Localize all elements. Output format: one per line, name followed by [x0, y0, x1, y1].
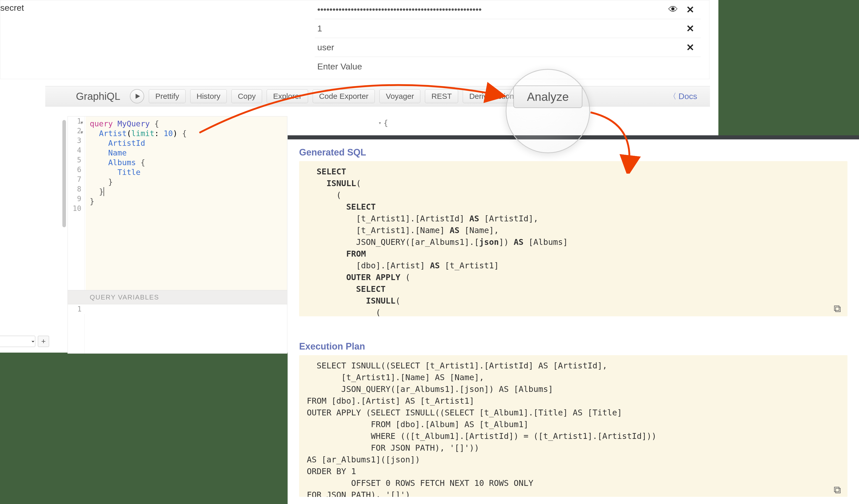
separator-bar: [288, 135, 859, 139]
query-editor[interactable]: 1 2 3 4 5 6 7 8 9 10 ▾ ▾ query MyQuery {…: [67, 116, 287, 353]
header-row-0[interactable]: ••••••••••••••••••••••••••••••••••••••••…: [315, 0, 701, 19]
derive-action-button[interactable]: Derive action: [463, 89, 520, 103]
header-placeholder[interactable]: Enter Value: [315, 62, 701, 72]
scrollbar-thumb[interactable]: [62, 120, 66, 227]
header-key-label: secret: [0, 3, 24, 13]
graphiql-toolbar: GraphiQL Prettify History Copy Explorer …: [45, 86, 710, 107]
execute-button[interactable]: [130, 89, 144, 104]
line-number: 7: [68, 175, 85, 184]
header-row-2[interactable]: user ✕: [315, 38, 701, 57]
graphiql-title: GraphiQL: [76, 91, 120, 102]
fold-icon[interactable]: ▾: [80, 120, 83, 126]
header-value-2: user: [315, 42, 686, 52]
generated-sql-title: Generated SQL: [299, 147, 366, 158]
copy-button[interactable]: Copy: [231, 89, 262, 103]
result-pane-start: ▾ {: [378, 116, 388, 129]
query-variables-label: QUERY VARIABLES: [90, 293, 159, 301]
fold-icon[interactable]: ▾: [378, 120, 381, 126]
history-button[interactable]: History: [190, 89, 227, 103]
result-brace: {: [383, 119, 388, 127]
bottom-controls: +: [0, 336, 49, 347]
page-bg-left: [0, 352, 289, 504]
header-value-1: 1: [315, 23, 686, 33]
qvars-gutter: 1: [68, 304, 85, 314]
code-exporter-button[interactable]: Code Exporter: [313, 89, 375, 103]
analyze-button-magnified[interactable]: Analyze: [513, 85, 582, 108]
rest-button[interactable]: REST: [425, 89, 458, 103]
line-gutter: 1 2 3 4 5 6 7 8 9 10: [68, 116, 85, 353]
header-value-0: ••••••••••••••••••••••••••••••••••••••••…: [315, 4, 668, 15]
line-number: 3: [68, 136, 85, 145]
headers-panel: secret •••••••••••••••••••••••••••••••••…: [0, 0, 709, 79]
line-number: 9: [68, 194, 85, 204]
analyze-result-pane: Generated SQL SELECT ISNULL( ( SELECT [t…: [288, 139, 859, 504]
line-number: 4: [68, 145, 85, 155]
close-icon[interactable]: ✕: [686, 23, 694, 34]
copy-icon[interactable]: ⧉: [834, 303, 841, 315]
close-icon[interactable]: ✕: [686, 4, 694, 15]
header-row-new[interactable]: Enter Value: [315, 57, 701, 76]
voyager-button[interactable]: Voyager: [379, 89, 420, 103]
line-number: 1: [68, 304, 85, 314]
code-text[interactable]: query MyQuery { Artist(limit: 10) { Arti…: [86, 116, 287, 290]
query-variables-header[interactable]: QUERY VARIABLES: [68, 290, 287, 304]
execution-plan-block[interactable]: SELECT ISNULL((SELECT [t_Artist1].[Artis…: [299, 355, 847, 497]
line-number: 5: [68, 155, 85, 165]
eye-icon[interactable]: 👁: [668, 4, 678, 15]
line-number: 6: [68, 165, 85, 175]
fold-icon[interactable]: ▾: [80, 129, 83, 135]
add-button[interactable]: +: [38, 336, 49, 347]
line-number: 10: [68, 204, 85, 214]
chevron-left-icon: 〈: [669, 91, 676, 101]
line-number: 8: [68, 184, 85, 194]
close-icon[interactable]: ✕: [686, 42, 694, 53]
prettify-button[interactable]: Prettify: [149, 89, 185, 103]
docs-button[interactable]: 〈 Docs: [666, 91, 705, 101]
explorer-button[interactable]: Explorer: [267, 89, 308, 103]
type-dropdown[interactable]: [0, 336, 35, 347]
execution-plan-title: Execution Plan: [299, 341, 365, 352]
copy-icon[interactable]: ⧉: [834, 484, 841, 496]
docs-label: Docs: [678, 92, 697, 101]
generated-sql-block[interactable]: SELECT ISNULL( ( SELECT [t_Artist1].[Art…: [299, 161, 847, 316]
header-row-1[interactable]: 1 ✕: [315, 19, 701, 38]
